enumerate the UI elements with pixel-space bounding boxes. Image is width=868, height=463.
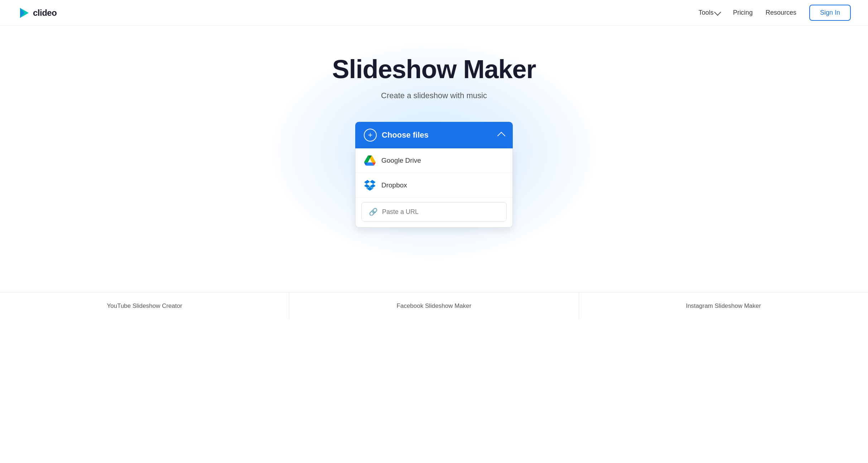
upload-dropdown: Google Drive Dropbox 🔗: [355, 148, 513, 228]
google-drive-label: Google Drive: [381, 157, 421, 164]
link-icon: 🔗: [369, 207, 378, 216]
dropbox-icon: [364, 180, 376, 191]
hero-section: Slideshow Maker Create a slideshow with …: [0, 26, 868, 320]
choose-files-button[interactable]: + Choose files: [355, 122, 513, 148]
nav-resources[interactable]: Resources: [766, 9, 796, 16]
url-input[interactable]: [382, 208, 499, 216]
plus-icon: +: [364, 129, 377, 142]
sign-in-button[interactable]: Sign In: [809, 5, 851, 21]
facebook-slideshow-link[interactable]: Facebook Slideshow Maker: [289, 292, 579, 320]
navbar: clideo Tools Pricing Resources Sign In: [0, 0, 868, 26]
dropbox-label: Dropbox: [381, 181, 407, 189]
bottom-links: YouTube Slideshow Creator Facebook Slide…: [0, 292, 868, 320]
dropbox-option[interactable]: Dropbox: [356, 173, 512, 198]
chevron-up-icon: [497, 132, 506, 140]
instagram-slideshow-link[interactable]: Instagram Slideshow Maker: [579, 292, 868, 320]
logo[interactable]: clideo: [17, 6, 57, 19]
upload-widget: + Choose files Google Drive: [355, 122, 513, 228]
nav-links: Tools Pricing Resources Sign In: [699, 5, 851, 21]
url-input-row[interactable]: 🔗: [361, 202, 507, 221]
hero-subtitle: Create a slideshow with music: [381, 91, 487, 100]
hero-title: Slideshow Maker: [332, 54, 536, 84]
chevron-down-icon: [714, 9, 721, 16]
nav-pricing[interactable]: Pricing: [733, 9, 753, 16]
google-drive-icon: [364, 155, 376, 166]
youtube-slideshow-link[interactable]: YouTube Slideshow Creator: [0, 292, 289, 320]
google-drive-option[interactable]: Google Drive: [356, 148, 512, 173]
logo-text: clideo: [33, 8, 57, 18]
logo-icon: [17, 6, 30, 19]
choose-files-label: Choose files: [382, 130, 429, 140]
nav-tools[interactable]: Tools: [699, 9, 720, 16]
